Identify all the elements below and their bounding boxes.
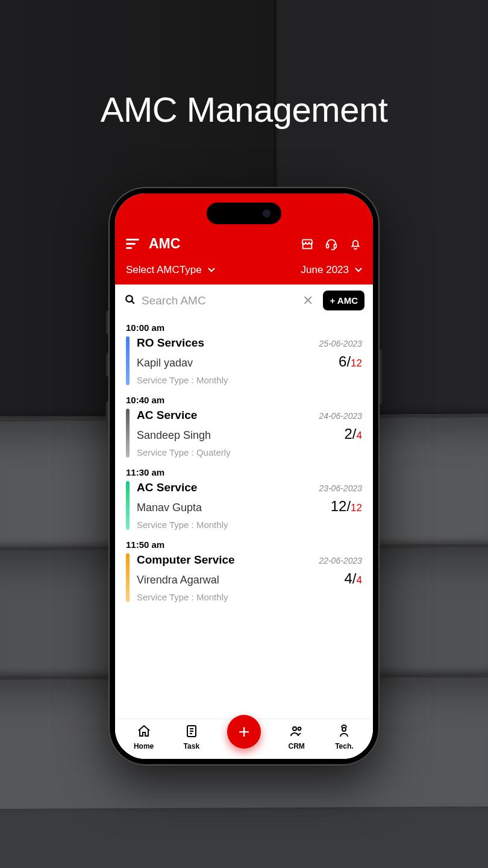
service-count: 2/4 xyxy=(345,426,363,442)
shop-icon[interactable] xyxy=(301,237,314,251)
svg-rect-4 xyxy=(334,244,337,248)
chevron-down-icon xyxy=(208,263,215,275)
svg-point-8 xyxy=(298,728,301,731)
service-date: 23-06-2023 xyxy=(319,483,362,493)
item-time: 11:50 am xyxy=(126,539,362,550)
svg-point-5 xyxy=(126,295,133,302)
svg-rect-3 xyxy=(327,244,329,248)
search-input[interactable] xyxy=(142,294,293,307)
dynamic-island xyxy=(207,203,281,224)
search-row: ✕ + AMC xyxy=(115,285,373,316)
service-count: 4/4 xyxy=(345,570,363,587)
amc-type-dropdown[interactable]: Select AMCType xyxy=(126,264,215,276)
amc-type-label: Select AMCType xyxy=(126,264,202,276)
svg-rect-0 xyxy=(126,239,139,241)
add-amc-button[interactable]: + AMC xyxy=(323,291,364,310)
customer-name: Manav Gupta xyxy=(137,502,202,514)
customer-name: Sandeep Singh xyxy=(137,429,211,442)
service-count: 6/12 xyxy=(339,353,362,370)
menu-icon[interactable] xyxy=(126,239,139,250)
crm-icon xyxy=(289,724,304,740)
service-type: Service Type : Monthly xyxy=(137,520,362,530)
list-item[interactable]: 10:40 amAC Service24-06-2023Sandeep Sing… xyxy=(115,391,373,464)
item-time: 10:00 am xyxy=(126,322,362,333)
nav-tech-label: Tech. xyxy=(335,742,353,750)
list-item[interactable]: 11:30 amAC Service23-06-2023Manav Gupta1… xyxy=(115,464,373,536)
item-time: 10:40 am xyxy=(126,395,362,405)
item-color-bar xyxy=(126,553,130,602)
search-icon xyxy=(125,294,136,307)
svg-rect-1 xyxy=(126,243,136,245)
nav-tech[interactable]: Tech. xyxy=(321,724,368,750)
phone-frame: AMC Select AMCType xyxy=(108,187,380,766)
customer-name: Virendra Agarwal xyxy=(137,574,219,587)
plus-icon: + xyxy=(227,715,261,749)
chevron-down-icon xyxy=(355,263,362,275)
svg-point-9 xyxy=(342,728,346,731)
promo-title: AMC Management xyxy=(0,89,488,130)
nav-task[interactable]: Task xyxy=(167,724,215,750)
home-icon xyxy=(137,724,151,740)
item-color-bar xyxy=(126,481,130,530)
bell-icon[interactable] xyxy=(349,237,362,251)
nav-task-label: Task xyxy=(184,742,199,750)
service-type: Service Type : Monthly xyxy=(137,592,362,602)
nav-crm[interactable]: CRM xyxy=(273,724,321,750)
service-date: 25-06-2023 xyxy=(319,339,362,348)
task-icon xyxy=(184,724,199,740)
bottom-nav: Home Task + CRM Tech. xyxy=(115,719,373,759)
service-date: 22-06-2023 xyxy=(319,556,362,565)
svg-point-7 xyxy=(293,727,296,731)
service-count: 12/12 xyxy=(331,498,362,515)
item-color-bar xyxy=(126,409,130,458)
nav-fab[interactable]: + xyxy=(215,726,272,749)
service-type: Service Type : Monthly xyxy=(137,375,362,385)
service-name: AC Service xyxy=(137,481,197,494)
list-item[interactable]: 10:00 amRO Services25-06-2023Kapil yadav… xyxy=(115,319,373,391)
nav-crm-label: CRM xyxy=(289,742,305,750)
service-name: RO Services xyxy=(137,336,204,350)
amc-list: 10:00 amRO Services25-06-2023Kapil yadav… xyxy=(115,316,373,719)
phone-screen: AMC Select AMCType xyxy=(115,193,373,759)
service-name: Computer Service xyxy=(137,553,235,567)
page-title: AMC xyxy=(149,236,293,252)
tech-icon xyxy=(337,724,351,740)
service-name: AC Service xyxy=(137,409,197,422)
support-icon[interactable] xyxy=(325,237,338,251)
month-dropdown[interactable]: June 2023 xyxy=(301,264,362,276)
item-time: 11:30 am xyxy=(126,467,362,477)
item-color-bar xyxy=(126,336,130,385)
nav-home[interactable]: Home xyxy=(120,724,167,750)
service-type: Service Type : Quaterly xyxy=(137,447,362,458)
nav-home-label: Home xyxy=(134,742,154,750)
service-date: 24-06-2023 xyxy=(319,411,362,421)
list-item[interactable]: 11:50 amComputer Service22-06-2023Virend… xyxy=(115,536,373,608)
customer-name: Kapil yadav xyxy=(137,357,193,370)
clear-icon[interactable]: ✕ xyxy=(298,293,318,309)
month-label: June 2023 xyxy=(301,264,349,276)
svg-rect-2 xyxy=(126,247,132,249)
